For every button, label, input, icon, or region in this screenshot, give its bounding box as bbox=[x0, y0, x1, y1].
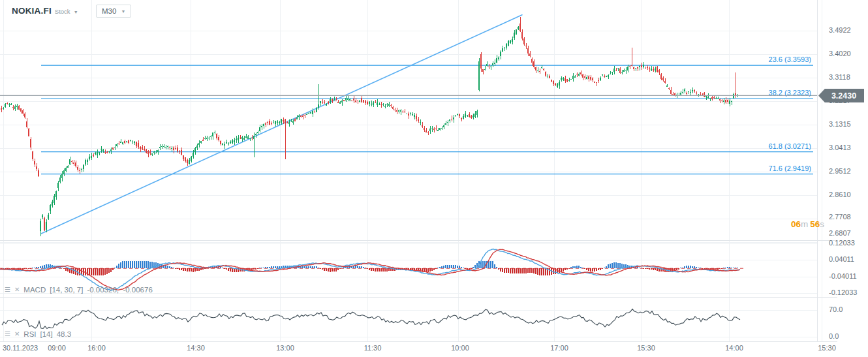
time-axis-label: 15:30 bbox=[818, 344, 836, 352]
time-axis-label: 14:00 bbox=[725, 344, 743, 352]
indicator-settings-icon[interactable]: ☰ bbox=[5, 331, 10, 337]
price-axis-label: 3.3118 bbox=[829, 73, 850, 82]
timer-minutes: 06 bbox=[791, 219, 801, 229]
timeframe-value: M30 bbox=[102, 7, 116, 15]
time-axis-label: 30.11.2023 bbox=[3, 344, 38, 352]
rsi-label: RSI bbox=[23, 330, 36, 338]
chevron-down-icon: ▼ bbox=[74, 10, 78, 14]
indicator-settings-icon[interactable]: ☰ bbox=[5, 287, 10, 293]
price-axis-label: -0.04011 bbox=[829, 272, 857, 281]
fib-level-label[interactable]: 61.8 (3.0271) bbox=[769, 142, 811, 150]
chevron-down-icon: ▼ bbox=[121, 9, 125, 14]
timer-minutes-unit: m bbox=[801, 219, 808, 229]
instrument-selector[interactable]: NOKIA.FI Stock ▼ bbox=[12, 6, 78, 16]
price-axis-label: 3.4922 bbox=[829, 26, 851, 35]
price-axis-label: 3.4020 bbox=[829, 50, 851, 58]
timer-seconds-unit: s bbox=[820, 219, 824, 229]
price-axis-label: 2.8610 bbox=[829, 191, 851, 199]
fib-level-label[interactable]: 23.6 (3.3593) bbox=[769, 55, 811, 63]
price-axis-label: -0.12033 bbox=[829, 288, 857, 297]
fib-level-label[interactable]: 71.6 (2.9419) bbox=[769, 164, 811, 172]
price-axis-label: 0.04011 bbox=[829, 255, 854, 264]
time-axis-label: 14:30 bbox=[187, 344, 205, 352]
indicator-close-icon[interactable]: ✕ bbox=[14, 287, 20, 293]
price-axis-label: 70.0 bbox=[829, 305, 843, 314]
price-axis-label: 3.1315 bbox=[829, 120, 851, 129]
time-axis-label: 10:00 bbox=[451, 344, 469, 352]
current-price-badge: 3.2430 bbox=[818, 89, 864, 102]
current-price-value: 3.2430 bbox=[831, 91, 856, 101]
fib-level-label[interactable]: 38.2 (3.2323) bbox=[769, 89, 811, 97]
trading-chart-window: 3.49223.40203.31183.22173.13153.04132.95… bbox=[0, 0, 868, 357]
rsi-value: 48.3 bbox=[57, 330, 71, 338]
instrument-type: Stock bbox=[55, 8, 70, 15]
candle-countdown-timer: 06m56s bbox=[791, 219, 826, 229]
time-axis-label: 13:00 bbox=[276, 344, 294, 352]
price-axis-label: 2.6807 bbox=[829, 229, 851, 238]
price-axis-label: 3.0413 bbox=[829, 144, 851, 152]
macd-params: [14, 30, 7] bbox=[50, 286, 83, 294]
time-axis-label: 09:00 bbox=[48, 344, 66, 352]
time-axis-label: 16:00 bbox=[87, 344, 106, 352]
macd-values: -0.00326, -0.00676 bbox=[87, 286, 152, 294]
time-axis-label: 17:00 bbox=[550, 344, 568, 352]
macd-indicator-row: ☰ ✕ MACD [14, 30, 7] -0.00326, -0.00676 bbox=[5, 286, 153, 294]
price-axis-label: 0.12033 bbox=[829, 239, 855, 247]
rsi-params: [14] bbox=[40, 330, 53, 338]
price-axis-label: 0.0 bbox=[829, 332, 839, 341]
timeframe-selector[interactable]: M30 ▼ bbox=[96, 5, 131, 18]
indicator-close-icon[interactable]: ✕ bbox=[14, 331, 20, 337]
time-axis-label: 11:30 bbox=[364, 344, 382, 352]
time-axis-label: 15:30 bbox=[637, 344, 655, 352]
rsi-indicator-row: ☰ ✕ RSI [14] 48.3 bbox=[5, 330, 71, 338]
price-axis-label: 2.7708 bbox=[829, 213, 851, 221]
chart-canvas[interactable] bbox=[0, 0, 868, 357]
timer-seconds: 56 bbox=[810, 219, 820, 229]
price-axis-label: 2.9512 bbox=[829, 167, 851, 176]
instrument-symbol: NOKIA.FI bbox=[12, 6, 52, 16]
macd-label: MACD bbox=[23, 286, 46, 294]
